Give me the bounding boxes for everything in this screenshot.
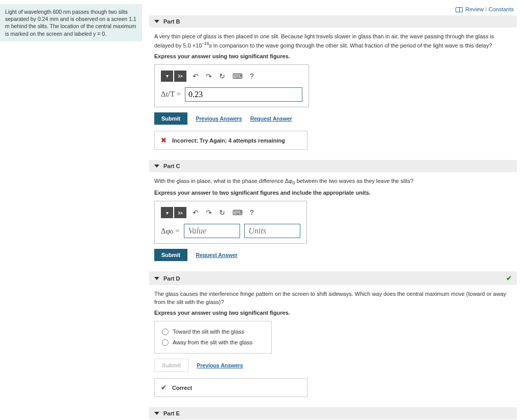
keyboard-icon[interactable]: ⌨ [232, 72, 243, 80]
part-d-choices: Toward the slit with the glass Away from… [154, 321, 272, 354]
symbol-button[interactable]: xa [174, 207, 186, 218]
problem-statement: Light of wavelength 600 nm passes though… [0, 4, 142, 41]
reset-icon[interactable]: ↻ [219, 208, 225, 217]
help-icon[interactable]: ? [250, 208, 254, 217]
chevron-down-icon [154, 20, 159, 23]
template-button[interactable]: ▾ [161, 207, 173, 218]
check-icon: ✔ [161, 384, 167, 391]
part-b-question: A very thin piece of glass is then place… [154, 33, 512, 50]
part-e-header[interactable]: Part E [149, 407, 517, 419]
part-d-header[interactable]: Part D ✔ [149, 271, 517, 285]
book-icon [456, 7, 463, 12]
undo-icon[interactable]: ↶ [193, 208, 199, 217]
redo-icon[interactable]: ↷ [206, 72, 212, 80]
part-b-feedback: ✖ Incorrect; Try Again; 4 attempts remai… [154, 131, 307, 150]
choice-away[interactable]: Away from the slit with the glass [162, 337, 264, 348]
answer-toolbar: ▾ xa ↶ ↷ ↻ ⌨ ? [161, 70, 302, 82]
part-c-question: With the glass in place, what is the pha… [154, 177, 512, 186]
chevron-down-icon [154, 277, 159, 280]
part-b-request-answer-link[interactable]: Request Answer [250, 115, 292, 122]
part-d-submit-button: Submit [154, 359, 188, 372]
part-c-label: Δφ₀ = [161, 226, 180, 236]
part-d-feedback: ✔ Correct [154, 378, 307, 397]
part-e: Part E By how far does the central maxim… [149, 407, 517, 420]
undo-icon[interactable]: ↶ [193, 72, 199, 80]
part-b-label: Δt/T = [161, 90, 181, 99]
part-e-title: Part E [163, 410, 180, 416]
chevron-down-icon [154, 165, 159, 168]
part-d: Part D ✔ The glass causes the interferen… [149, 271, 517, 400]
constants-link[interactable]: Constants [488, 6, 514, 12]
chevron-down-icon [154, 412, 159, 415]
choice-toward-radio[interactable] [162, 329, 169, 335]
part-c: Part C With the glass in place, what is … [149, 160, 517, 264]
part-c-submit-button[interactable]: Submit [154, 249, 187, 261]
part-b-instruction: Express your answer using two significan… [154, 53, 512, 59]
part-d-question: The glass causes the interference fringe… [154, 290, 512, 307]
reset-icon[interactable]: ↻ [219, 72, 225, 80]
part-c-request-answer-link[interactable]: Request Answer [196, 252, 237, 258]
part-b: Part B A very thin piece of glass is the… [149, 15, 517, 153]
help-icon[interactable]: ? [250, 72, 254, 80]
keyboard-icon[interactable]: ⌨ [232, 208, 243, 217]
x-icon: ✖ [161, 136, 167, 144]
review-link[interactable]: Review [465, 6, 484, 12]
symbol-button[interactable]: xa [174, 71, 186, 82]
part-b-input[interactable] [185, 87, 302, 102]
part-d-previous-answers-link[interactable]: Previous Answers [197, 362, 243, 368]
part-b-submit-button[interactable]: Submit [154, 112, 187, 125]
part-c-answerbox: ▾ xa ↶ ↷ ↻ ⌨ ? Δφ₀ = [154, 201, 307, 244]
part-b-answerbox: ▾ xa ↶ ↷ ↻ ⌨ ? Δt/T = [154, 64, 309, 107]
answer-toolbar: ▾ xa ↶ ↷ ↻ ⌨ ? [161, 206, 300, 219]
part-c-value-input[interactable] [184, 224, 240, 238]
part-c-instruction: Express your answer to two significant f… [154, 190, 512, 196]
part-d-title: Part D [163, 275, 180, 282]
template-button[interactable]: ▾ [161, 71, 173, 82]
check-icon: ✔ [506, 274, 512, 282]
choice-away-radio[interactable] [162, 339, 169, 346]
top-links: Review I Constants [149, 4, 517, 15]
part-c-header[interactable]: Part C [149, 160, 517, 172]
part-b-previous-answers-link[interactable]: Previous Answers [196, 115, 242, 122]
part-c-units-input[interactable] [244, 224, 300, 238]
part-d-instruction: Express your answer using two significan… [154, 310, 512, 316]
part-c-title: Part C [163, 163, 180, 169]
redo-icon[interactable]: ↷ [206, 208, 212, 217]
part-b-header[interactable]: Part B [149, 15, 517, 28]
choice-toward[interactable]: Toward the slit with the glass [162, 326, 264, 337]
part-b-title: Part B [163, 18, 180, 25]
